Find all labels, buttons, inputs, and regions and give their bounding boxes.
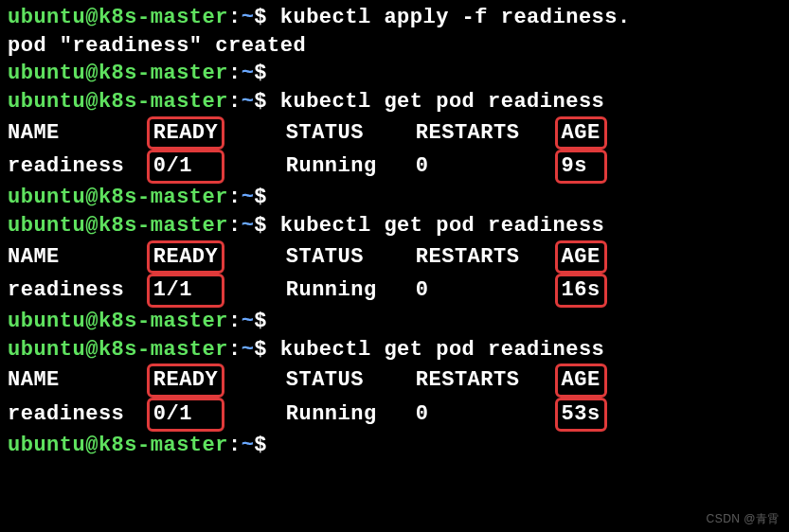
command-text[interactable]: kubectl get pod readiness xyxy=(280,338,605,362)
prompt-host: k8s-master xyxy=(99,62,228,85)
cell-ready: 1/1 xyxy=(153,278,192,302)
prompt-dollar: $ xyxy=(254,90,267,114)
prompt-dollar: $ xyxy=(254,214,267,238)
prompt-colon: : xyxy=(228,90,242,114)
cell-ready: 0/1 xyxy=(153,402,192,426)
prompt-at: @ xyxy=(85,434,99,457)
prompt-tilde: ~ xyxy=(242,310,255,333)
highlight-box: AGE xyxy=(555,240,607,275)
prompt-host: k8s-master xyxy=(99,6,228,29)
cell-age: 16s xyxy=(562,278,601,302)
col-age: AGE xyxy=(562,368,601,392)
col-ready: READY xyxy=(153,368,219,392)
terminal-line: ubuntu@k8s-master:~$ xyxy=(8,60,781,88)
command-text[interactable]: kubectl apply -f readiness. xyxy=(280,6,631,29)
cell-age: 53s xyxy=(562,402,601,426)
col-name: NAME xyxy=(8,368,60,392)
prompt-tilde: ~ xyxy=(242,62,255,85)
prompt-dollar: $ xyxy=(254,6,267,29)
col-ready: READY xyxy=(153,121,219,145)
prompt-user: ubuntu xyxy=(8,90,85,114)
cell-name: readiness xyxy=(8,278,124,302)
prompt-colon: : xyxy=(228,338,242,362)
prompt-host: k8s-master xyxy=(99,338,228,362)
command-text[interactable]: kubectl get pod readiness xyxy=(280,90,605,114)
command-text[interactable]: kubectl get pod readiness xyxy=(280,214,605,238)
cell-status: Running xyxy=(286,154,377,178)
col-age: AGE xyxy=(562,245,601,269)
prompt-at: @ xyxy=(85,310,99,333)
prompt-dollar: $ xyxy=(254,62,267,85)
prompt-tilde: ~ xyxy=(242,90,255,114)
prompt-host: k8s-master xyxy=(99,186,228,209)
highlight-box: READY xyxy=(147,116,225,151)
prompt-tilde: ~ xyxy=(242,6,255,29)
terminal-line: ubuntu@k8s-master:~$ kubectl apply -f re… xyxy=(8,4,781,32)
cell-name: readiness xyxy=(8,402,124,426)
prompt-user: ubuntu xyxy=(8,338,85,362)
col-restarts: RESTARTS xyxy=(416,121,520,145)
prompt-dollar: $ xyxy=(254,338,267,362)
col-status: STATUS xyxy=(286,121,364,145)
table-row: readiness 0/1 Running 0 9s xyxy=(8,150,781,184)
prompt-host: k8s-master xyxy=(99,90,228,114)
col-ready: READY xyxy=(153,245,219,269)
prompt-user: ubuntu xyxy=(8,434,85,457)
prompt-dollar: $ xyxy=(254,310,267,333)
prompt-at: @ xyxy=(85,62,99,85)
prompt-user: ubuntu xyxy=(8,6,85,29)
prompt-host: k8s-master xyxy=(99,310,228,333)
col-name: NAME xyxy=(8,121,60,145)
highlight-box: AGE xyxy=(555,116,607,151)
table-header: NAME READY STATUS RESTARTS AGE xyxy=(8,116,781,151)
cell-ready: 0/1 xyxy=(153,154,192,178)
table-header: NAME READY STATUS RESTARTS AGE xyxy=(8,364,781,398)
prompt-host: k8s-master xyxy=(99,214,228,238)
prompt-user: ubuntu xyxy=(8,62,85,85)
prompt-tilde: ~ xyxy=(242,434,255,457)
col-restarts: RESTARTS xyxy=(416,368,520,392)
prompt-at: @ xyxy=(85,338,99,362)
table-header: NAME READY STATUS RESTARTS AGE xyxy=(8,240,781,275)
highlight-box: 1/1 xyxy=(147,274,225,308)
col-name: NAME xyxy=(8,245,60,269)
highlight-box: AGE xyxy=(555,364,607,398)
prompt-host: k8s-master xyxy=(99,434,228,457)
prompt-at: @ xyxy=(85,214,99,238)
prompt-at: @ xyxy=(85,90,99,114)
prompt-colon: : xyxy=(228,62,242,85)
prompt-tilde: ~ xyxy=(242,338,255,362)
prompt-user: ubuntu xyxy=(8,186,85,209)
table-row: readiness 1/1 Running 0 16s xyxy=(8,274,781,308)
highlight-box: READY xyxy=(147,240,225,275)
col-age: AGE xyxy=(562,121,601,145)
prompt-at: @ xyxy=(85,186,99,209)
highlight-box: 16s xyxy=(555,274,607,308)
prompt-user: ubuntu xyxy=(8,310,85,333)
prompt-at: @ xyxy=(85,6,99,29)
cell-status: Running xyxy=(286,278,377,302)
highlight-box: 9s xyxy=(555,150,607,184)
prompt-colon: : xyxy=(228,6,242,29)
col-status: STATUS xyxy=(286,368,364,392)
terminal-line: ubuntu@k8s-master:~$ xyxy=(8,184,781,212)
highlight-box: 0/1 xyxy=(147,398,225,432)
prompt-tilde: ~ xyxy=(242,214,255,238)
prompt-colon: : xyxy=(228,214,242,238)
prompt-dollar: $ xyxy=(254,434,267,457)
terminal-line: ubuntu@k8s-master:~$ kubectl get pod rea… xyxy=(8,212,781,240)
col-restarts: RESTARTS xyxy=(416,245,520,269)
prompt-colon: : xyxy=(228,310,242,333)
terminal-line: ubuntu@k8s-master:~$ xyxy=(8,308,781,336)
cell-status: Running xyxy=(286,402,377,426)
terminal-line: ubuntu@k8s-master:~$ kubectl get pod rea… xyxy=(8,88,781,116)
cell-restarts: 0 xyxy=(416,402,429,426)
cell-name: readiness xyxy=(8,154,124,178)
table-row: readiness 0/1 Running 0 53s xyxy=(8,398,781,432)
highlight-box: READY xyxy=(147,364,225,398)
col-status: STATUS xyxy=(286,245,364,269)
terminal-line: ubuntu@k8s-master:~$ kubectl get pod rea… xyxy=(8,336,781,364)
cell-restarts: 0 xyxy=(416,154,429,178)
highlight-box: 53s xyxy=(555,398,607,432)
prompt-tilde: ~ xyxy=(242,186,255,209)
